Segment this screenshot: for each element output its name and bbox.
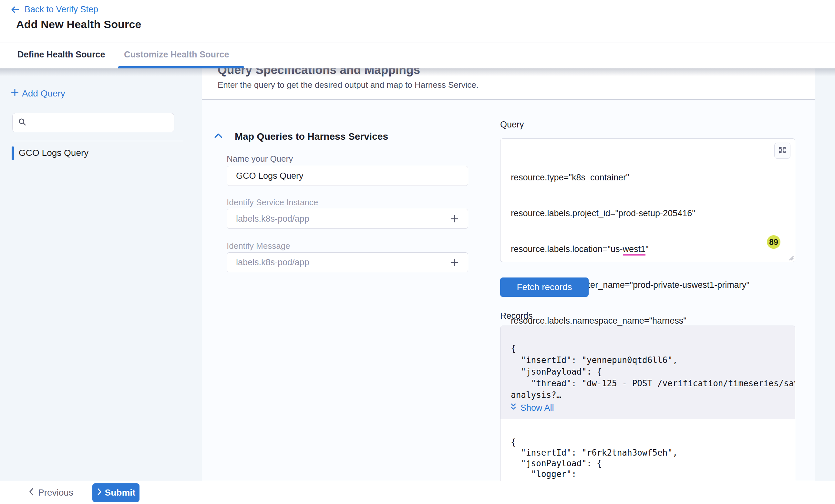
content-area: Add Query GCO Logs Query Query Specifica… (0, 68, 835, 481)
records-container: { "insertId": "yennepun0qtd6ll6", "jsonP… (500, 326, 795, 481)
service-instance-input[interactable] (227, 209, 468, 229)
query-line: resource.labels.project_id="prod-setup-2… (511, 208, 750, 219)
spellcheck-underline: west1 (623, 244, 646, 255)
query-line: resource.type="k8s_container" (511, 172, 750, 184)
query-label: Query (500, 120, 524, 130)
section-subtitle: Enter the query to get the desired outpu… (218, 80, 478, 90)
wizard-tabbar: Define Health Source Customize Health So… (0, 43, 835, 68)
record-line: "insertId": "yennepun0qtd6ll6", (501, 354, 795, 366)
map-queries-heading: Map Queries to Harness Services (235, 131, 388, 142)
chevron-up-icon[interactable] (214, 132, 222, 140)
char-count-badge: 89 (767, 235, 780, 249)
tab-define-health-source[interactable]: Define Health Source (17, 43, 105, 66)
query-line: resource.labels.namespace_name="harness" (511, 315, 750, 327)
chevron-left-icon (28, 487, 35, 498)
section-title: Query Specifications and Mappings (218, 68, 420, 77)
resize-handle[interactable] (788, 255, 794, 261)
record-item: { "insertId": "r6rk2tnah3owf5eh", "jsonP… (501, 419, 795, 481)
plus-icon (10, 88, 19, 99)
expand-query-button[interactable] (774, 143, 791, 159)
record-line: "insertId": "r6rk2tnah3owf5eh", (501, 447, 789, 458)
tab-customize-health-source[interactable]: Customize Health Source (124, 43, 229, 66)
chevron-right-icon (97, 487, 102, 498)
previous-label: Previous (38, 487, 73, 498)
query-line: resource.labels.location="us-west1" (511, 243, 750, 255)
show-all-link[interactable]: Show All (510, 403, 554, 413)
add-query-button[interactable]: Add Query (10, 88, 65, 99)
message-input[interactable] (227, 252, 468, 272)
page-header: Back to Verify Step Add New Health Sourc… (0, 0, 835, 43)
query-mapping-panel: Map Queries to Harness Services Name you… (202, 99, 815, 481)
sidebar-divider (12, 141, 183, 141)
record-line: { (501, 343, 795, 354)
double-chevron-down-icon (510, 403, 517, 413)
message-add-icon[interactable] (448, 256, 461, 269)
record-line: "jsonPayload": { (501, 458, 789, 469)
record-line: "logger": (501, 469, 789, 480)
submit-button[interactable]: Submit (93, 483, 140, 502)
search-input[interactable] (31, 118, 174, 128)
identify-message-label: Identify Message (227, 241, 290, 251)
record-line: "jsonPayload": { (501, 366, 795, 378)
service-instance-add-icon[interactable] (448, 212, 461, 225)
query-editor[interactable]: resource.type="k8s_container" resource.l… (500, 139, 795, 262)
record-item: { "insertId": "yennepun0qtd6ll6", "jsonP… (501, 326, 795, 419)
query-search-box[interactable] (12, 113, 175, 132)
submit-label: Submit (105, 487, 136, 498)
expand-icon (778, 146, 787, 155)
records-label: Records (500, 311, 533, 321)
add-query-label: Add Query (22, 88, 65, 99)
query-item-label: GCO Logs Query (19, 148, 88, 158)
page-title: Add New Health Source (16, 18, 141, 30)
selected-indicator-bar (12, 146, 14, 160)
fetch-records-button[interactable]: Fetch records (500, 277, 589, 297)
back-link-label: Back to Verify Step (24, 4, 98, 15)
record-line: { (501, 437, 789, 447)
sidebar-item-gco-logs-query[interactable]: GCO Logs Query (0, 146, 202, 162)
back-arrow-icon (10, 5, 20, 15)
identify-service-instance-label: Identify Service Instance (227, 197, 318, 208)
show-all-label: Show All (521, 403, 554, 413)
record-line: analysis?… (501, 389, 795, 401)
back-link[interactable]: Back to Verify Step (10, 4, 98, 15)
previous-button[interactable]: Previous (28, 481, 73, 504)
query-name-input[interactable] (227, 166, 468, 186)
section-header: Query Specifications and Mappings Enter … (202, 68, 815, 99)
main-panel: Query Specifications and Mappings Enter … (202, 68, 815, 481)
wizard-footer: Previous Submit (0, 481, 835, 504)
search-icon (18, 118, 27, 128)
record-line: "thread": "dw-125 - POST /verification/t… (501, 378, 795, 389)
query-sidebar: Add Query GCO Logs Query (0, 68, 202, 481)
name-query-label: Name your Query (227, 154, 293, 164)
